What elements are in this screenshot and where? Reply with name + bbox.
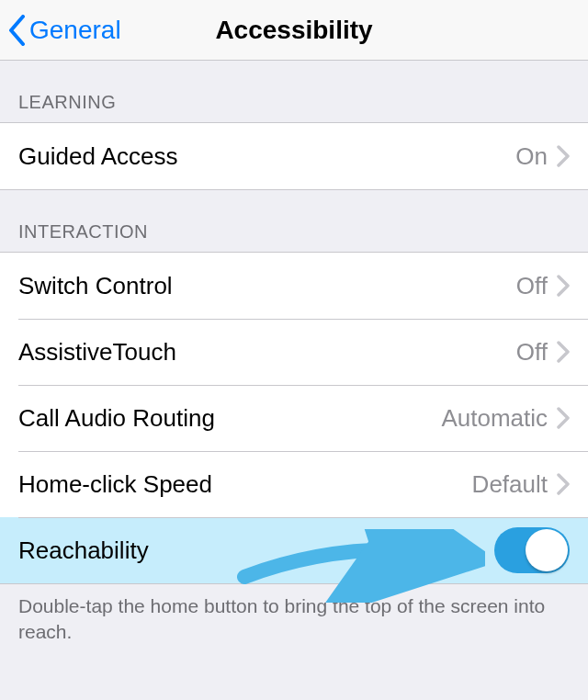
section-header-learning: LEARNING (0, 61, 588, 122)
row-label: Switch Control (18, 272, 516, 300)
row-label: Reachability (18, 536, 494, 565)
row-call-audio-routing[interactable]: Call Audio Routing Automatic (0, 385, 588, 451)
chevron-right-icon (557, 473, 570, 495)
row-value: Automatic (441, 404, 548, 433)
row-guided-access[interactable]: Guided Access On (0, 123, 588, 189)
section-header-interaction: INTERACTION (0, 190, 588, 252)
chevron-left-icon (7, 15, 29, 46)
row-home-click-speed[interactable]: Home-click Speed Default (0, 451, 588, 517)
list-interaction: Switch Control Off AssistiveTouch Off Ca… (0, 252, 588, 584)
row-switch-control[interactable]: Switch Control Off (0, 253, 588, 319)
row-label: Call Audio Routing (18, 404, 441, 433)
chevron-right-icon (557, 275, 570, 297)
footer-description: Double-tap the home button to bring the … (0, 584, 588, 664)
row-reachability[interactable]: Reachability (0, 517, 588, 583)
row-value: On (515, 142, 548, 171)
nav-bar: General Accessibility (0, 0, 588, 61)
row-value: Default (472, 470, 548, 499)
chevron-right-icon (557, 341, 570, 363)
chevron-right-icon (557, 145, 570, 167)
row-label: Home-click Speed (18, 470, 472, 499)
back-button[interactable]: General (7, 0, 121, 60)
list-learning: Guided Access On (0, 122, 588, 190)
chevron-right-icon (557, 407, 570, 429)
row-label: Guided Access (18, 142, 515, 171)
row-label: AssistiveTouch (18, 338, 516, 367)
row-value: Off (516, 272, 548, 300)
toggle-knob (526, 529, 568, 571)
page-title: Accessibility (215, 16, 372, 45)
row-value: Off (516, 338, 548, 367)
row-assistivetouch[interactable]: AssistiveTouch Off (0, 319, 588, 385)
back-label: General (29, 16, 121, 45)
toggle-switch[interactable] (494, 527, 570, 573)
